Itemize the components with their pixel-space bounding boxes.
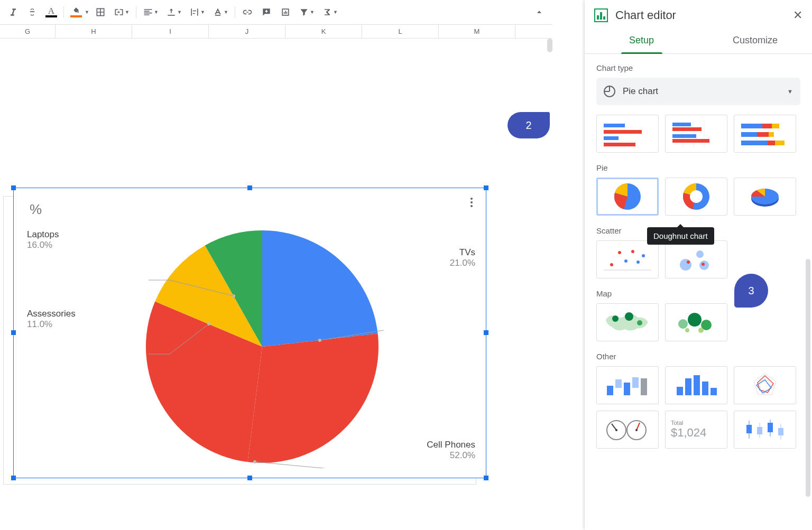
svg-rect-20 bbox=[672, 127, 702, 131]
strikethrough-button[interactable] bbox=[23, 4, 41, 20]
sidebar-scrollbar[interactable] bbox=[806, 259, 810, 497]
svg-point-34 bbox=[690, 190, 703, 203]
svg-rect-26 bbox=[741, 132, 757, 137]
chart-type-histogram[interactable] bbox=[665, 366, 727, 404]
svg-rect-58 bbox=[615, 379, 622, 388]
svg-rect-22 bbox=[672, 139, 709, 143]
resize-handle[interactable] bbox=[11, 476, 16, 480]
text-rotation-button[interactable]: ▼ bbox=[209, 4, 232, 20]
svg-point-47 bbox=[687, 261, 690, 264]
svg-point-56 bbox=[698, 328, 704, 333]
sidebar-title: Chart editor bbox=[615, 8, 676, 22]
chart-object[interactable]: % TVs 21.0% Laptops 16.0% Assessories 11… bbox=[13, 188, 486, 478]
chart-type-bar3[interactable] bbox=[734, 115, 796, 153]
chart-type-geobubble[interactable] bbox=[665, 303, 727, 341]
resize-handle[interactable] bbox=[247, 476, 252, 480]
slice-label-laptops: Laptops 16.0% bbox=[27, 229, 59, 250]
col-header[interactable]: J bbox=[209, 25, 285, 38]
horizontal-align-button[interactable]: ▼ bbox=[140, 4, 162, 20]
chart-title[interactable]: % bbox=[30, 201, 42, 218]
chart-type-pie[interactable] bbox=[596, 178, 659, 216]
insert-chart-button[interactable] bbox=[276, 4, 294, 20]
svg-rect-25 bbox=[772, 124, 779, 128]
pie-chart bbox=[141, 225, 384, 468]
functions-button[interactable]: ▼ bbox=[319, 4, 341, 20]
chart-type-candlestick[interactable] bbox=[734, 411, 796, 449]
svg-point-37 bbox=[610, 263, 613, 266]
col-header[interactable]: H bbox=[56, 25, 132, 38]
pie-icon bbox=[604, 86, 615, 97]
chart-type-gauge[interactable] bbox=[596, 411, 659, 449]
chart-menu-button[interactable] bbox=[465, 196, 478, 209]
merge-cells-button[interactable]: ▼ bbox=[110, 4, 133, 20]
chart-type-bar1[interactable] bbox=[596, 115, 659, 153]
col-header[interactable]: K bbox=[285, 25, 362, 38]
text-color-button[interactable]: A bbox=[42, 4, 60, 20]
borders-button[interactable] bbox=[91, 4, 109, 20]
insert-link-button[interactable] bbox=[238, 4, 256, 20]
chart-type-scatter[interactable] bbox=[596, 240, 659, 278]
svg-point-38 bbox=[618, 251, 621, 254]
resize-handle[interactable] bbox=[484, 476, 488, 480]
resize-handle[interactable] bbox=[11, 185, 16, 190]
svg-rect-62 bbox=[677, 387, 683, 395]
resize-handle[interactable] bbox=[484, 185, 488, 190]
svg-rect-29 bbox=[741, 141, 768, 145]
svg-rect-82 bbox=[778, 428, 783, 435]
col-header[interactable]: L bbox=[362, 25, 439, 38]
slice-label-cell: Cell Phones 52.0% bbox=[427, 440, 475, 461]
chart-type-3dpie[interactable] bbox=[734, 178, 796, 216]
vertical-align-button[interactable]: ▼ bbox=[163, 4, 185, 20]
svg-line-70 bbox=[612, 424, 616, 430]
chevron-down-icon: ▼ bbox=[787, 88, 793, 95]
svg-rect-63 bbox=[685, 378, 691, 395]
svg-point-55 bbox=[685, 328, 689, 332]
resize-handle[interactable] bbox=[484, 330, 488, 335]
italic-button[interactable] bbox=[4, 4, 22, 20]
svg-point-48 bbox=[702, 263, 705, 266]
svg-point-51 bbox=[637, 320, 642, 326]
chart-type-select[interactable]: Pie chart ▼ bbox=[596, 78, 800, 105]
svg-rect-60 bbox=[632, 377, 639, 388]
col-header[interactable]: G bbox=[0, 25, 56, 38]
col-header[interactable]: M bbox=[439, 25, 515, 38]
resize-handle[interactable] bbox=[11, 330, 16, 335]
close-sidebar-button[interactable]: ✕ bbox=[793, 8, 802, 22]
tab-setup[interactable]: Setup bbox=[585, 27, 698, 53]
section-other: Other bbox=[596, 352, 800, 361]
svg-rect-27 bbox=[757, 132, 769, 137]
svg-point-71 bbox=[615, 429, 617, 431]
chart-type-doughnut[interactable] bbox=[665, 178, 727, 216]
chart-type-bubble[interactable] bbox=[665, 240, 727, 278]
sidebar-tabs: Setup Customize bbox=[585, 27, 812, 54]
col-header[interactable]: I bbox=[132, 25, 209, 38]
svg-rect-15 bbox=[604, 143, 635, 146]
svg-line-10 bbox=[255, 462, 384, 468]
toolbar: A ▼ ▼ ▼ ▼ ▼ ▼ ▼ ▼ bbox=[0, 0, 552, 25]
svg-point-42 bbox=[642, 254, 645, 257]
filter-button[interactable]: ▼ bbox=[296, 4, 318, 20]
text-wrap-button[interactable]: ▼ bbox=[186, 4, 208, 20]
tab-customize[interactable]: Customize bbox=[698, 27, 812, 53]
collapse-toolbar-button[interactable] bbox=[530, 4, 548, 20]
svg-rect-30 bbox=[768, 141, 775, 145]
resize-handle[interactable] bbox=[247, 185, 252, 190]
chart-type-radar[interactable] bbox=[734, 366, 796, 404]
fill-color-button[interactable]: ▼ bbox=[67, 4, 85, 20]
svg-rect-66 bbox=[710, 388, 717, 395]
chart-type-waterfall[interactable] bbox=[596, 366, 659, 404]
slice-label-tvs: TVs 21.0% bbox=[450, 247, 475, 268]
svg-line-73 bbox=[636, 423, 640, 430]
svg-rect-76 bbox=[746, 425, 752, 433]
chart-type-scorecard[interactable]: Total $1,024 bbox=[665, 411, 727, 449]
section-map: Map bbox=[596, 289, 800, 298]
vertical-scrollbar-track[interactable] bbox=[547, 39, 552, 52]
svg-rect-80 bbox=[768, 423, 773, 432]
svg-rect-57 bbox=[607, 386, 613, 395]
chart-type-geo[interactable] bbox=[596, 303, 659, 341]
chart-type-bar2[interactable] bbox=[665, 115, 727, 153]
svg-rect-12 bbox=[604, 124, 625, 127]
svg-point-44 bbox=[680, 259, 691, 271]
insert-comment-button[interactable] bbox=[257, 4, 275, 20]
svg-point-53 bbox=[688, 313, 702, 327]
